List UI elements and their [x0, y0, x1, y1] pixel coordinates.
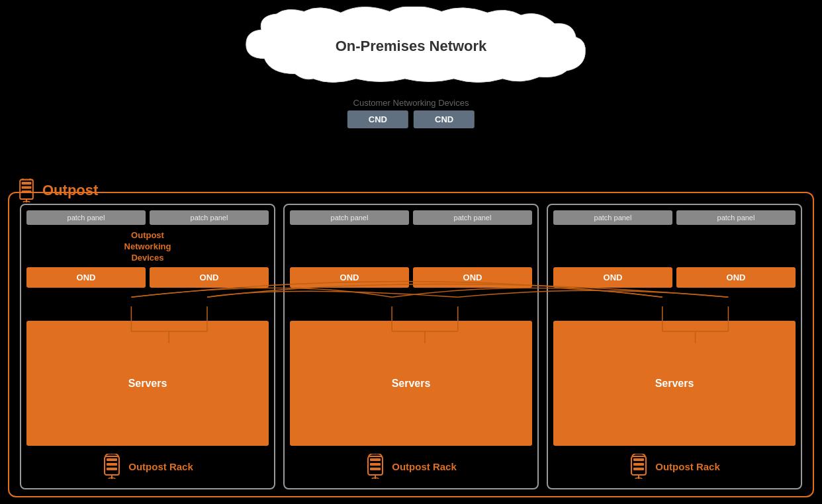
- rack-3: patch panel patch panel OND OND Servers: [547, 204, 802, 489]
- rack-2-connection-spacer: [290, 293, 532, 315]
- cloud-title: On-Premises Network: [336, 38, 487, 55]
- svg-rect-9: [107, 468, 117, 470]
- rack-1: patch panel patch panel OutpostNetworkin…: [20, 204, 275, 489]
- rack-2-patch-panel-2: patch panel: [413, 210, 532, 225]
- rack-2-ond-2: OND: [413, 267, 532, 288]
- rack-3-patch-panel-1: patch panel: [553, 210, 672, 225]
- svg-rect-2: [22, 186, 32, 189]
- rack-3-servers: Servers: [553, 321, 796, 446]
- svg-rect-1: [22, 182, 32, 185]
- cloud-section: On-Premises Network: [179, 7, 643, 112]
- ond-label-space: OutpostNetworkingDevices: [26, 230, 269, 259]
- rack-2: patch panel patch panel OND OND Servers: [283, 204, 539, 489]
- rack-1-ond-boxes: OND OND: [26, 267, 269, 288]
- rack-3-ond-1: OND: [553, 267, 672, 288]
- svg-rect-20: [633, 463, 644, 466]
- cnd-box-1: CND: [347, 110, 408, 128]
- rack-3-ond-2: OND: [676, 267, 796, 288]
- rack-1-connection-spacer: [26, 293, 269, 315]
- rack-2-spacer: [290, 230, 532, 259]
- rack-3-bottom-label: Outpost Rack: [553, 451, 796, 483]
- racks-row: patch panel patch panel OutpostNetworkin…: [9, 193, 813, 496]
- rack-1-label-text: Outpost Rack: [128, 461, 193, 472]
- cnd-label: Customer Networking Devices: [353, 98, 469, 108]
- cnd-box-2: CND: [414, 110, 475, 128]
- svg-rect-7: [107, 458, 117, 461]
- rack-1-patch-panel-1: patch panel: [26, 210, 146, 225]
- rack-3-label-text: Outpost Rack: [655, 461, 720, 472]
- rack-1-ond-1: OND: [26, 267, 146, 288]
- svg-rect-15: [370, 468, 381, 470]
- rack-2-patch-panels: patch panel patch panel: [290, 210, 532, 225]
- svg-rect-3: [22, 190, 32, 193]
- cnd-boxes: CND CND: [347, 110, 475, 128]
- cloud-shape: On-Premises Network: [219, 7, 603, 86]
- rack-2-ond-1: OND: [290, 267, 409, 288]
- rack-3-ond-boxes: OND OND: [553, 267, 796, 288]
- svg-rect-13: [370, 458, 381, 461]
- rack-2-label-text: Outpost Rack: [392, 461, 457, 472]
- rack-2-icon: [365, 454, 385, 479]
- outpost-container: Outpost patch panel patch panel OutpostN…: [8, 192, 814, 497]
- ond-networking-label: OutpostNetworkingDevices: [124, 230, 171, 264]
- rack-3-spacer: [553, 230, 796, 259]
- rack-1-icon: [102, 454, 122, 479]
- outpost-label-container: Outpost: [15, 179, 98, 202]
- rack-1-ond-2: OND: [150, 267, 269, 288]
- rack-3-patch-panels: patch panel patch panel: [553, 210, 796, 225]
- svg-rect-8: [107, 463, 117, 466]
- rack-3-patch-panel-2: patch panel: [676, 210, 796, 225]
- rack-1-bottom-label: Outpost Rack: [26, 451, 269, 483]
- rack-3-connection-spacer: [553, 293, 796, 315]
- rack-2-ond-boxes: OND OND: [290, 267, 532, 288]
- svg-rect-14: [370, 463, 381, 466]
- rack-1-patch-panel-2: patch panel: [150, 210, 269, 225]
- cnd-section: Customer Networking Devices CND CND: [347, 98, 475, 128]
- svg-rect-21: [633, 468, 644, 470]
- outpost-icon: [15, 179, 38, 202]
- outpost-label: Outpost: [42, 182, 98, 199]
- rack-3-icon: [629, 454, 649, 479]
- rack-1-patch-panels: patch panel patch panel: [26, 210, 269, 225]
- rack-2-servers: Servers: [290, 321, 532, 446]
- rack-2-patch-panel-1: patch panel: [290, 210, 409, 225]
- svg-rect-19: [633, 458, 644, 461]
- rack-2-bottom-label: Outpost Rack: [290, 451, 532, 483]
- rack-1-servers: Servers: [26, 321, 269, 446]
